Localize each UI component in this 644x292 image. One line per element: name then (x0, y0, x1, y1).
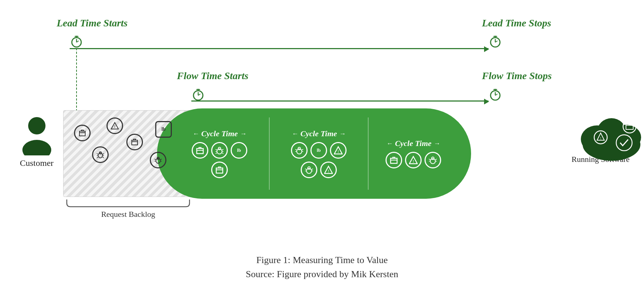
pipeline-warning3: ! (405, 152, 422, 168)
caption: Figure 1: Measuring Time to Value Source… (246, 253, 398, 281)
pipeline-bug2 (291, 142, 308, 159)
cycle-section-1: ← Cycle Time → lb (187, 129, 252, 178)
svg-line-33 (103, 154, 104, 154)
svg-line-50 (216, 149, 217, 150)
svg-rect-74 (391, 158, 397, 163)
svg-line-69 (312, 169, 313, 169)
software-area: lb ! Running Software (571, 105, 630, 164)
svg-line-43 (160, 159, 162, 160)
flow-time-stops-icon (488, 87, 502, 103)
svg-text:lb: lb (640, 116, 644, 121)
svg-rect-26 (79, 131, 85, 136)
svg-line-5 (77, 36, 78, 36)
backlog-item-bug2 (150, 152, 166, 168)
svg-line-22 (493, 89, 495, 90)
cycle-time-label-2: ← Cycle Time → (292, 129, 345, 138)
pipeline-box2 (211, 162, 228, 178)
pipeline-bug4 (425, 152, 441, 168)
backlog-item-box1 (74, 125, 91, 141)
flow-time-stops-label: Flow Time Stops (482, 70, 552, 82)
svg-line-17 (198, 89, 200, 90)
pipeline-bug3 (301, 162, 317, 178)
svg-rect-56 (216, 168, 223, 173)
caption-line1: Figure 1: Measuring Time to Value (246, 253, 398, 267)
svg-text:!: ! (114, 124, 116, 129)
svg-line-23 (495, 89, 497, 90)
customer-icon (21, 116, 53, 155)
svg-line-55 (222, 153, 223, 154)
lead-time-arrow (70, 48, 488, 49)
svg-line-60 (295, 149, 297, 150)
svg-rect-46 (197, 149, 203, 154)
svg-line-10 (493, 36, 495, 36)
svg-line-80 (429, 159, 430, 160)
svg-text:!: ! (600, 137, 601, 140)
running-software-icon: lb ! (575, 105, 626, 152)
svg-line-11 (495, 36, 497, 36)
cycle-icons-1: lb (187, 142, 252, 178)
backlog-item-bug1 (92, 146, 109, 163)
svg-line-4 (75, 36, 77, 36)
svg-line-32 (97, 154, 98, 154)
svg-line-37 (103, 157, 104, 158)
backlog-items: ! lb (63, 110, 193, 197)
lead-time-stops-label: Lead Time Stops (482, 17, 551, 29)
svg-rect-38 (132, 140, 138, 145)
svg-line-42 (155, 159, 156, 160)
svg-line-51 (222, 149, 223, 150)
svg-line-81 (435, 159, 437, 160)
customer-label: Customer (20, 158, 53, 168)
cycle-time-label-3: ← Cycle Time → (386, 139, 440, 148)
cycle-icons-3: ! (386, 152, 441, 168)
flow-time-arrow (191, 100, 488, 102)
dashed-vertical-line (76, 48, 77, 111)
lead-time-stops-icon (488, 34, 502, 50)
pipeline-warning2: ! (320, 162, 337, 178)
backlog-brace: Request Backlog (63, 199, 193, 219)
request-backlog-label: Request Backlog (101, 210, 155, 219)
pipeline-bug1 (211, 142, 228, 159)
caption-line2: Source: Figure provided by Mik Kersten (246, 267, 398, 281)
svg-text:!: ! (338, 149, 339, 154)
svg-line-68 (305, 169, 306, 169)
svg-line-61 (302, 149, 303, 150)
backlog-item-warning1: ! (106, 117, 123, 134)
cycle-icons-2: lb ! ! (286, 142, 351, 178)
svg-text:!: ! (413, 159, 414, 163)
svg-line-54 (216, 153, 217, 154)
pipeline-lb2: lb (310, 142, 327, 159)
svg-point-24 (28, 117, 45, 134)
svg-point-87 (597, 118, 626, 146)
cycle-section-3: ← Cycle Time → ! (386, 139, 441, 168)
svg-line-36 (97, 157, 98, 158)
pipeline-divider-2 (368, 117, 369, 190)
backlog-item-lb1: lb (155, 121, 172, 138)
lead-time-starts-icon (70, 34, 83, 50)
svg-text:!: ! (328, 169, 329, 173)
pipeline-warning1: ! (330, 142, 347, 159)
pipeline-divider-1 (269, 117, 270, 190)
lead-time-starts-label: Lead Time Starts (57, 17, 128, 29)
pipeline-box1 (192, 142, 208, 159)
svg-point-25 (22, 140, 51, 155)
pipeline: ← Cycle Time → lb (157, 108, 471, 199)
flow-time-starts-label: Flow Time Starts (177, 70, 248, 82)
svg-line-16 (196, 89, 198, 90)
customer-area: Customer (20, 116, 53, 168)
diagram: Lead Time Starts Lead Time Stops Flow Ti… (0, 0, 644, 292)
cycle-time-label-1: ← Cycle Time → (193, 129, 247, 138)
backlog-item-box2 (126, 134, 143, 150)
pipeline-box3 (386, 152, 402, 168)
cycle-section-2: ← Cycle Time → lb ! ! (286, 129, 351, 178)
pipeline-lb1: lb (231, 142, 247, 159)
